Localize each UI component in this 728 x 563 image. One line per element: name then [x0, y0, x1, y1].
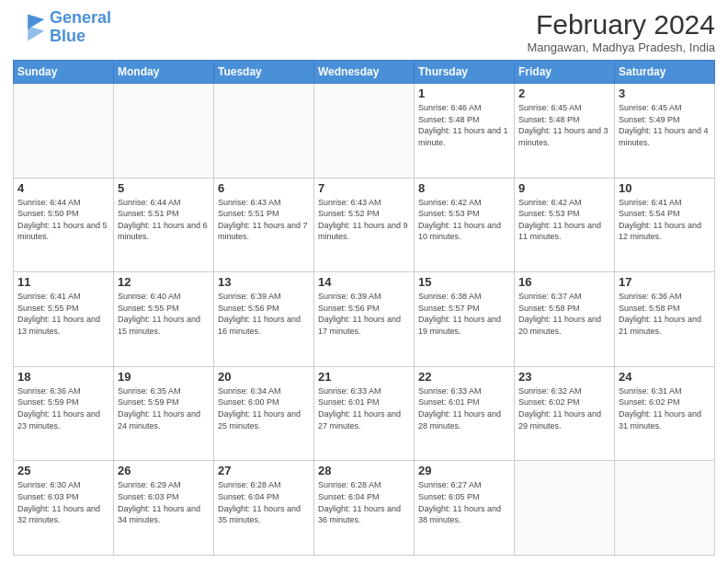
calendar-cell: 26Sunrise: 6:29 AM Sunset: 6:03 PM Dayli… [114, 461, 214, 556]
calendar-week-4: 25Sunrise: 6:30 AM Sunset: 6:03 PM Dayli… [14, 461, 715, 556]
calendar-cell: 22Sunrise: 6:33 AM Sunset: 6:01 PM Dayli… [415, 366, 515, 461]
calendar-cell: 6Sunrise: 6:43 AM Sunset: 5:51 PM Daylig… [214, 178, 314, 272]
calendar-header-row: Sunday Monday Tuesday Wednesday Thursday… [14, 61, 715, 84]
day-number: 3 [619, 86, 711, 100]
day-number: 13 [218, 275, 310, 289]
day-number: 8 [418, 181, 510, 195]
day-info: Sunrise: 6:45 AM Sunset: 5:49 PM Dayligh… [619, 102, 711, 148]
day-number: 10 [619, 181, 711, 195]
day-info: Sunrise: 6:31 AM Sunset: 6:02 PM Dayligh… [619, 385, 711, 431]
col-saturday: Saturday [615, 61, 715, 84]
calendar-cell: 14Sunrise: 6:39 AM Sunset: 5:56 PM Dayli… [314, 272, 415, 367]
calendar-week-3: 18Sunrise: 6:36 AM Sunset: 5:59 PM Dayli… [14, 366, 715, 461]
day-number: 1 [418, 86, 510, 100]
header: General Blue February 2024 Mangawan, Mad… [13, 9, 715, 54]
calendar-cell: 17Sunrise: 6:36 AM Sunset: 5:58 PM Dayli… [615, 272, 715, 367]
month-title: February 2024 [527, 9, 715, 40]
calendar-cell: 9Sunrise: 6:42 AM Sunset: 5:53 PM Daylig… [515, 178, 615, 272]
day-info: Sunrise: 6:39 AM Sunset: 5:56 PM Dayligh… [218, 291, 310, 337]
col-friday: Friday [515, 61, 615, 84]
day-info: Sunrise: 6:37 AM Sunset: 5:58 PM Dayligh… [518, 291, 610, 337]
day-number: 21 [318, 370, 410, 384]
calendar-cell: 13Sunrise: 6:39 AM Sunset: 5:56 PM Dayli… [214, 272, 314, 367]
calendar-cell: 18Sunrise: 6:36 AM Sunset: 5:59 PM Dayli… [14, 366, 114, 461]
calendar-cell: 11Sunrise: 6:41 AM Sunset: 5:55 PM Dayli… [14, 272, 114, 367]
day-number: 26 [118, 464, 210, 477]
day-info: Sunrise: 6:35 AM Sunset: 5:59 PM Dayligh… [118, 385, 210, 431]
day-number: 6 [218, 181, 310, 195]
calendar-cell [515, 461, 615, 556]
calendar-cell [615, 461, 715, 556]
calendar-cell: 21Sunrise: 6:33 AM Sunset: 6:01 PM Dayli… [314, 366, 415, 461]
calendar-cell: 20Sunrise: 6:34 AM Sunset: 6:00 PM Dayli… [214, 366, 314, 461]
col-wednesday: Wednesday [314, 61, 415, 84]
day-number: 19 [118, 370, 210, 384]
col-thursday: Thursday [415, 61, 515, 84]
day-info: Sunrise: 6:41 AM Sunset: 5:55 PM Dayligh… [17, 291, 109, 337]
day-number: 27 [218, 464, 310, 477]
day-number: 25 [17, 464, 109, 477]
calendar-cell [214, 84, 314, 178]
col-monday: Monday [114, 61, 214, 84]
day-number: 22 [418, 370, 510, 384]
logo: General Blue [13, 9, 111, 46]
day-info: Sunrise: 6:36 AM Sunset: 5:58 PM Dayligh… [619, 291, 711, 337]
day-number: 24 [619, 370, 711, 384]
calendar-cell [114, 84, 214, 178]
day-number: 28 [318, 464, 410, 477]
day-info: Sunrise: 6:28 AM Sunset: 6:04 PM Dayligh… [218, 479, 310, 525]
day-number: 23 [518, 370, 610, 384]
day-number: 15 [418, 275, 510, 289]
day-info: Sunrise: 6:30 AM Sunset: 6:03 PM Dayligh… [17, 479, 109, 525]
day-info: Sunrise: 6:45 AM Sunset: 5:48 PM Dayligh… [518, 102, 610, 148]
day-info: Sunrise: 6:33 AM Sunset: 6:01 PM Dayligh… [318, 385, 410, 431]
calendar-cell [314, 84, 415, 178]
logo-general: General [50, 8, 111, 27]
day-info: Sunrise: 6:28 AM Sunset: 6:04 PM Dayligh… [318, 479, 410, 525]
calendar-cell: 23Sunrise: 6:32 AM Sunset: 6:02 PM Dayli… [515, 366, 615, 461]
calendar-cell: 15Sunrise: 6:38 AM Sunset: 5:57 PM Dayli… [415, 272, 515, 367]
day-number: 7 [318, 181, 410, 195]
day-info: Sunrise: 6:46 AM Sunset: 5:48 PM Dayligh… [418, 102, 510, 148]
day-info: Sunrise: 6:42 AM Sunset: 5:53 PM Dayligh… [418, 197, 510, 243]
col-sunday: Sunday [14, 61, 114, 84]
location: Mangawan, Madhya Pradesh, India [527, 40, 715, 54]
day-number: 11 [17, 275, 109, 289]
day-info: Sunrise: 6:29 AM Sunset: 6:03 PM Dayligh… [118, 479, 210, 525]
day-number: 18 [17, 370, 109, 384]
day-info: Sunrise: 6:36 AM Sunset: 5:59 PM Dayligh… [17, 385, 109, 431]
calendar-week-1: 4Sunrise: 6:44 AM Sunset: 5:50 PM Daylig… [14, 178, 715, 272]
day-info: Sunrise: 6:44 AM Sunset: 5:50 PM Dayligh… [17, 197, 109, 243]
calendar-cell: 8Sunrise: 6:42 AM Sunset: 5:53 PM Daylig… [415, 178, 515, 272]
day-number: 2 [518, 86, 610, 100]
day-info: Sunrise: 6:38 AM Sunset: 5:57 PM Dayligh… [418, 291, 510, 337]
day-number: 29 [418, 464, 510, 477]
day-info: Sunrise: 6:39 AM Sunset: 5:56 PM Dayligh… [318, 291, 410, 337]
logo-text: General Blue [50, 9, 111, 46]
calendar-table: Sunday Monday Tuesday Wednesday Thursday… [13, 60, 715, 556]
day-number: 9 [518, 181, 610, 195]
col-tuesday: Tuesday [214, 61, 314, 84]
calendar-cell: 7Sunrise: 6:43 AM Sunset: 5:52 PM Daylig… [314, 178, 415, 272]
day-info: Sunrise: 6:41 AM Sunset: 5:54 PM Dayligh… [619, 197, 711, 243]
svg-marker-1 [28, 26, 44, 40]
calendar-cell: 2Sunrise: 6:45 AM Sunset: 5:48 PM Daylig… [515, 84, 615, 178]
calendar-cell: 25Sunrise: 6:30 AM Sunset: 6:03 PM Dayli… [14, 461, 114, 556]
day-info: Sunrise: 6:34 AM Sunset: 6:00 PM Dayligh… [218, 385, 310, 431]
page: General Blue February 2024 Mangawan, Mad… [0, 0, 728, 563]
day-info: Sunrise: 6:33 AM Sunset: 6:01 PM Dayligh… [418, 385, 510, 431]
day-number: 12 [118, 275, 210, 289]
calendar-week-2: 11Sunrise: 6:41 AM Sunset: 5:55 PM Dayli… [14, 272, 715, 367]
day-number: 14 [318, 275, 410, 289]
logo-blue: Blue [50, 28, 111, 46]
day-number: 20 [218, 370, 310, 384]
calendar-cell: 12Sunrise: 6:40 AM Sunset: 5:55 PM Dayli… [114, 272, 214, 367]
logo-icon [13, 11, 46, 44]
day-info: Sunrise: 6:43 AM Sunset: 5:52 PM Dayligh… [318, 197, 410, 243]
calendar-cell: 10Sunrise: 6:41 AM Sunset: 5:54 PM Dayli… [615, 178, 715, 272]
day-info: Sunrise: 6:42 AM Sunset: 5:53 PM Dayligh… [518, 197, 610, 243]
calendar-cell: 29Sunrise: 6:27 AM Sunset: 6:05 PM Dayli… [415, 461, 515, 556]
calendar-cell: 16Sunrise: 6:37 AM Sunset: 5:58 PM Dayli… [515, 272, 615, 367]
calendar-cell: 24Sunrise: 6:31 AM Sunset: 6:02 PM Dayli… [615, 366, 715, 461]
calendar-cell: 27Sunrise: 6:28 AM Sunset: 6:04 PM Dayli… [214, 461, 314, 556]
